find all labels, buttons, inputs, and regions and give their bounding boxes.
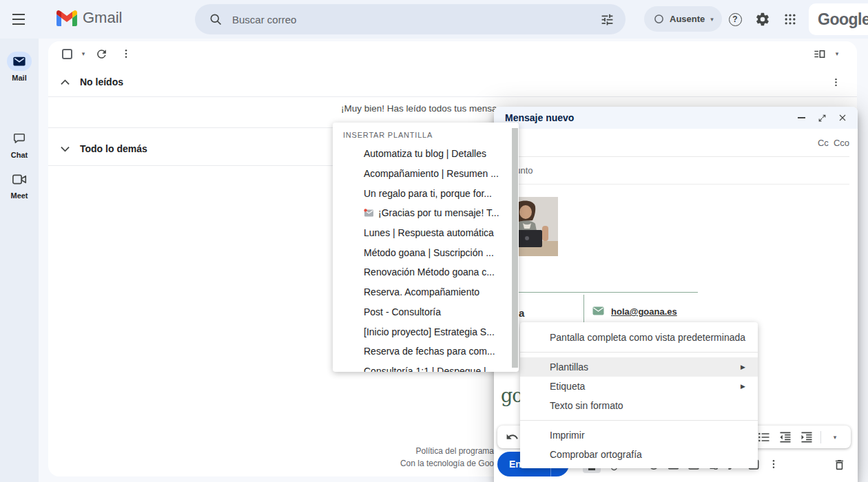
- sidebar-item-chat[interactable]: Chat: [0, 129, 39, 159]
- chevron-down-icon[interactable]: [61, 146, 73, 152]
- compose-header[interactable]: Mensaje nuevo: [494, 107, 858, 129]
- sidebar-item-meet[interactable]: Meet: [0, 169, 39, 200]
- menu-item-etiqueta[interactable]: Etiqueta ▶: [520, 377, 758, 396]
- submenu-header: INSERTAR PLANTILLA: [333, 125, 519, 144]
- template-item[interactable]: Método goana | Suscripción ...: [333, 242, 519, 262]
- search-filters-icon[interactable]: [600, 12, 614, 27]
- menu-item-label: Etiqueta: [550, 381, 585, 392]
- insert-template-submenu: INSERTAR PLANTILLA Automatiza tu blog | …: [333, 123, 519, 372]
- divider: [48, 96, 857, 97]
- template-item[interactable]: [Inicio proyecto] Estrategia S...: [333, 322, 519, 342]
- signature-divider: [505, 292, 698, 293]
- menu-divider: [520, 420, 758, 421]
- help-icon[interactable]: ?: [726, 10, 744, 28]
- recipients-row[interactable]: Cc Cco: [505, 129, 849, 157]
- mail-envelope-icon[interactable]: [7, 52, 32, 71]
- template-label: Post - Consultoría: [364, 306, 441, 317]
- more-options-icon[interactable]: [118, 46, 134, 61]
- menu-item-texto-sin-formato[interactable]: Texto sin formato: [520, 396, 758, 415]
- more-options-icon[interactable]: [766, 457, 781, 472]
- search-icon[interactable]: [209, 12, 223, 26]
- discard-draft-icon[interactable]: [833, 458, 846, 472]
- footer-powered-by: Con la tecnología de Goo: [400, 457, 494, 470]
- select-dropdown-icon[interactable]: ▾: [76, 46, 91, 61]
- indent-increase-icon[interactable]: [799, 430, 814, 445]
- section-more-icon[interactable]: [828, 74, 843, 90]
- template-label: Lunes | Respuesta automática: [364, 227, 494, 238]
- reading-pane-toggle-icon[interactable]: [812, 46, 827, 61]
- search-bar[interactable]: Buscar correo: [195, 4, 626, 34]
- bcc-toggle[interactable]: Cco: [834, 138, 849, 148]
- template-item[interactable]: Reserva. Acompañamiento: [333, 282, 519, 302]
- empty-inbox-message: ¡Muy bien! Has leído todos tus mensa: [341, 103, 497, 114]
- chevron-up-icon[interactable]: [61, 79, 73, 85]
- menu-item-imprimir[interactable]: Imprimir: [520, 426, 758, 445]
- template-label: Automatiza tu blog | Detalles: [364, 148, 486, 159]
- status-chip[interactable]: Ausente ▾: [644, 6, 722, 32]
- select-all-checkbox[interactable]: [59, 46, 74, 61]
- toolbar-separator: [820, 431, 821, 443]
- menu-item-label: Imprimir: [550, 430, 585, 441]
- template-label: Reserva. Acompañamiento: [364, 286, 479, 297]
- template-item[interactable]: Reserva de fechas para com...: [333, 342, 519, 362]
- compose-more-options-menu: Pantalla completa como vista predetermin…: [520, 322, 758, 468]
- list-toolbar: ▾ ▾: [48, 41, 857, 65]
- minimize-icon[interactable]: [796, 112, 807, 123]
- chevron-down-icon: ▾: [710, 16, 714, 23]
- more-formatting-icon[interactable]: ▾: [827, 430, 843, 445]
- template-item[interactable]: Acompañamiento | Resumen ...: [333, 164, 519, 184]
- meet-label: Meet: [0, 191, 39, 200]
- reading-pane-dropdown-icon[interactable]: ▾: [829, 46, 845, 61]
- menu-item-label: Plantillas: [550, 362, 588, 373]
- chat-label: Chat: [0, 151, 39, 159]
- gmail-wordmark: Gmail: [83, 9, 122, 27]
- close-icon[interactable]: [837, 112, 848, 123]
- signature-vertical-rule: [583, 295, 584, 322]
- template-item[interactable]: Automatiza tu blog | Detalles: [333, 144, 519, 164]
- menu-item-label: Texto sin formato: [550, 400, 623, 411]
- main-menu-icon[interactable]: [10, 12, 27, 27]
- gmail-logo: Gmail: [56, 9, 122, 27]
- gmail-m-icon: [56, 10, 77, 26]
- template-item[interactable]: Lunes | Respuesta automática: [333, 223, 519, 243]
- menu-item-plantillas[interactable]: Plantillas ▶: [520, 357, 758, 377]
- cc-toggle[interactable]: Cc: [818, 138, 829, 148]
- template-item[interactable]: Post - Consultoría: [333, 302, 519, 322]
- status-circle-icon: [654, 14, 664, 24]
- subject-row[interactable]: Asunto: [505, 157, 849, 185]
- google-wordmark: Google: [818, 10, 868, 29]
- template-label: Un regalo para ti, porque for...: [364, 188, 492, 199]
- section-unread[interactable]: No leídos: [48, 72, 857, 92]
- template-item[interactable]: Renovación Método goana c...: [333, 262, 519, 282]
- indent-decrease-icon[interactable]: [778, 430, 793, 445]
- expand-icon[interactable]: [816, 112, 827, 123]
- signature-envelope-icon: [592, 306, 604, 315]
- signature-email-link[interactable]: hola@goana.es: [611, 306, 677, 317]
- template-item[interactable]: ¡Gracias por tu mensaje! T...: [333, 203, 519, 223]
- bulleted-list-icon[interactable]: [756, 430, 772, 445]
- google-apps-grid-icon[interactable]: [781, 10, 799, 28]
- search-placeholder[interactable]: Buscar correo: [232, 14, 600, 25]
- settings-gear-icon[interactable]: [754, 10, 772, 28]
- template-label: Método goana | Suscripción ...: [364, 247, 494, 258]
- menu-item-fullscreen-default[interactable]: Pantalla completa como vista predetermin…: [520, 328, 758, 347]
- meet-camera-icon[interactable]: [7, 169, 32, 189]
- menu-item-comprobar-ortografia[interactable]: Comprobar ortografía: [520, 445, 758, 464]
- refresh-icon[interactable]: [94, 46, 109, 61]
- sidebar-item-mail[interactable]: Mail: [0, 52, 39, 82]
- scrollbar[interactable]: [512, 128, 518, 368]
- section-unread-title: No leídos: [80, 76, 123, 87]
- submenu-arrow-icon: ▶: [741, 383, 745, 390]
- template-label: Renovación Método goana c...: [364, 266, 495, 277]
- compose-title: Mensaje nuevo: [505, 112, 786, 123]
- undo-icon[interactable]: [504, 430, 519, 445]
- menu-item-label: Comprobar ortografía: [550, 449, 642, 460]
- menu-divider: [520, 352, 758, 353]
- mail-emoji-icon: [364, 209, 374, 217]
- top-bar: Gmail Buscar correo Ausente ▾ ? Google: [0, 0, 868, 39]
- footer-policy-link[interactable]: Política del programa: [400, 445, 494, 457]
- google-account-box[interactable]: Google: [809, 3, 868, 35]
- chat-bubble-icon[interactable]: [7, 129, 32, 148]
- template-item[interactable]: Un regalo para ti, porque for...: [333, 183, 519, 203]
- template-item[interactable]: Consultoría 1:1 | Despegue | ...: [333, 362, 519, 372]
